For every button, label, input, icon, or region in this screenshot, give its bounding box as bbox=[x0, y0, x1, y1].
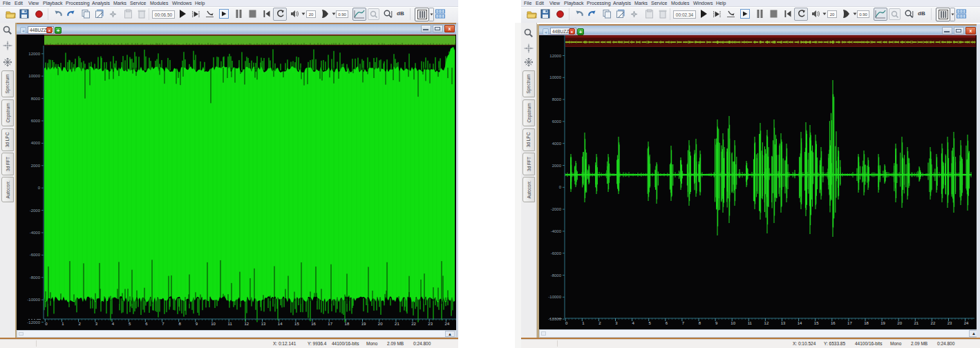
svg-text:-4000: -4000 bbox=[551, 229, 562, 233]
svg-text:19: 19 bbox=[361, 322, 366, 326]
svg-text:17: 17 bbox=[847, 321, 852, 325]
svg-text:-8000: -8000 bbox=[30, 276, 41, 280]
svg-text:6000: 6000 bbox=[552, 119, 562, 124]
svg-text:19: 19 bbox=[880, 321, 885, 325]
svg-text:23: 23 bbox=[428, 322, 433, 326]
svg-text:11: 11 bbox=[228, 322, 233, 326]
svg-text:-6000: -6000 bbox=[551, 251, 562, 255]
svg-text:-2000: -2000 bbox=[551, 207, 562, 211]
svg-text:24: 24 bbox=[445, 322, 450, 326]
svg-text:10: 10 bbox=[211, 322, 216, 326]
svg-text:16: 16 bbox=[831, 321, 836, 325]
svg-text:-4000: -4000 bbox=[30, 231, 41, 235]
svg-text:24: 24 bbox=[964, 321, 969, 325]
svg-text:8000: 8000 bbox=[552, 97, 562, 102]
svg-text:12: 12 bbox=[244, 322, 249, 326]
svg-text:12000: 12000 bbox=[549, 54, 561, 58]
svg-text:8000: 8000 bbox=[31, 97, 41, 101]
svg-text:17: 17 bbox=[328, 322, 332, 326]
svg-text:4000: 4000 bbox=[552, 142, 562, 146]
svg-text:18: 18 bbox=[345, 322, 350, 326]
svg-text:-10000: -10000 bbox=[27, 298, 40, 302]
svg-text:14: 14 bbox=[798, 321, 802, 325]
svg-text:10000: 10000 bbox=[28, 74, 40, 78]
svg-text:-6000: -6000 bbox=[30, 253, 41, 257]
svg-text:12: 12 bbox=[764, 321, 769, 325]
svg-text:6000: 6000 bbox=[31, 119, 41, 123]
svg-text:-12000: -12000 bbox=[27, 320, 40, 325]
svg-text:15: 15 bbox=[814, 321, 819, 325]
svg-text:16: 16 bbox=[311, 322, 316, 326]
svg-text:20: 20 bbox=[378, 322, 383, 326]
svg-text:22: 22 bbox=[411, 322, 416, 326]
svg-text:18: 18 bbox=[864, 321, 869, 325]
svg-text:13: 13 bbox=[781, 321, 786, 325]
svg-text:23: 23 bbox=[948, 321, 952, 325]
svg-text:10000: 10000 bbox=[549, 75, 561, 79]
svg-text:21: 21 bbox=[914, 321, 918, 325]
svg-text:-2000: -2000 bbox=[30, 209, 41, 213]
svg-text:21: 21 bbox=[395, 322, 399, 326]
svg-text:12000: 12000 bbox=[28, 52, 40, 56]
svg-text:-10000: -10000 bbox=[548, 295, 561, 299]
svg-text:-12000: -12000 bbox=[548, 317, 561, 321]
svg-text:22: 22 bbox=[931, 321, 936, 325]
svg-text:13: 13 bbox=[261, 322, 266, 326]
svg-text:14: 14 bbox=[278, 322, 283, 326]
svg-text:10: 10 bbox=[731, 321, 735, 325]
svg-text:11: 11 bbox=[748, 321, 753, 325]
svg-text:2000: 2000 bbox=[31, 164, 41, 168]
svg-text:-8000: -8000 bbox=[551, 273, 562, 278]
svg-text:20: 20 bbox=[897, 321, 902, 325]
svg-text:15: 15 bbox=[294, 322, 299, 326]
svg-text:2000: 2000 bbox=[552, 164, 562, 168]
svg-text:4000: 4000 bbox=[31, 141, 41, 145]
